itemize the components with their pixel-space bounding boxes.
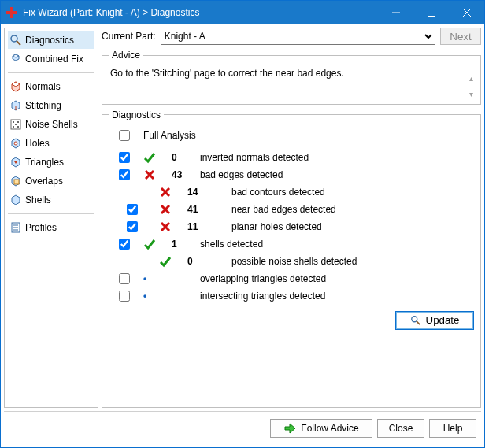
cb-shells[interactable]: [119, 239, 130, 250]
advice-text: Go to the 'Stitching' page to correct th…: [109, 65, 474, 98]
label: possible noise shells detected: [216, 256, 474, 267]
sidebar-divider: [8, 72, 94, 73]
scroll-down-icon[interactable]: ▾: [465, 88, 477, 101]
sidebar-item-stitching[interactable]: Stitching: [8, 97, 94, 114]
count: 0: [187, 256, 216, 267]
check-icon: [140, 238, 172, 250]
cube-tri-icon: [9, 156, 22, 168]
sidebar-item-shells[interactable]: Shells: [8, 191, 94, 209]
svg-point-18: [13, 126, 14, 128]
sidebar-item-diagnostics[interactable]: Diagnostics: [8, 31, 94, 49]
cb-overlapping[interactable]: [119, 273, 130, 284]
count: 0: [172, 152, 200, 163]
minimize-button[interactable]: [378, 1, 413, 24]
sidebar-item-label: Overlaps: [25, 176, 63, 187]
check-icon: [156, 255, 187, 268]
svg-line-40: [416, 321, 419, 324]
x-icon: [156, 186, 187, 198]
svg-rect-25: [14, 180, 19, 184]
cb-inverted-normals[interactable]: [119, 152, 130, 163]
dice-icon: [9, 118, 22, 131]
cube-overlap-icon: [9, 175, 22, 187]
footer: Follow Advice Close Help: [4, 411, 481, 444]
arrow-right-icon: [283, 422, 296, 435]
x-icon: [156, 203, 187, 216]
current-part-label: Current Part:: [102, 31, 156, 42]
sidebar-item-label: Shells: [25, 194, 51, 205]
svg-point-15: [13, 121, 14, 123]
svg-point-6: [11, 35, 17, 42]
x-icon: [156, 220, 187, 233]
label: planar holes detected: [216, 221, 474, 232]
magnifier-icon: [9, 34, 22, 46]
sidebar-item-label: Normals: [25, 81, 61, 92]
count: 11: [187, 221, 216, 232]
diag-row-intersecting: • intersecting triangles detected: [109, 287, 474, 305]
dot-icon: •: [140, 291, 172, 302]
diagnostics-legend: Diagnostics: [109, 109, 164, 120]
sidebar-item-normals[interactable]: Normals: [8, 78, 94, 95]
cb-near-bad-edges[interactable]: [127, 204, 138, 215]
advice-group: Advice Go to the 'Stitching' page to cor…: [102, 50, 481, 105]
dot-icon: •: [140, 273, 172, 284]
svg-marker-41: [285, 424, 295, 433]
sidebar-item-label: Combined Fix: [25, 54, 83, 65]
next-button[interactable]: Next: [440, 28, 481, 45]
close-button[interactable]: Close: [377, 419, 424, 438]
count: 14: [187, 187, 216, 198]
help-button[interactable]: Help: [429, 419, 476, 438]
sidebar: Diagnostics Combined Fix Normals Stitchi: [4, 28, 98, 408]
count: 41: [187, 204, 216, 215]
diag-row-inverted-normals: 0 inverted normals detected: [109, 149, 474, 166]
scroll-up-icon[interactable]: ▴: [465, 72, 477, 84]
sidebar-item-combined-fix[interactable]: Combined Fix: [8, 50, 94, 68]
advice-legend: Advice: [109, 50, 143, 61]
follow-advice-button[interactable]: Follow Advice: [270, 419, 372, 438]
svg-point-21: [14, 142, 17, 145]
x-icon: [140, 168, 172, 181]
label: bad edges detected: [200, 169, 474, 180]
sidebar-item-noise-shells[interactable]: Noise Shells: [8, 116, 94, 133]
fix-wizard-window: Fix Wizard (Part: Knight - A) > Diagnost…: [0, 0, 485, 448]
cube-stitch-icon: [9, 99, 22, 112]
diag-row-planar-holes: 11 planar holes detected: [109, 218, 474, 235]
sidebar-item-label: Profiles: [25, 222, 57, 233]
sidebar-item-label: Diagnostics: [25, 35, 74, 46]
cb-bad-edges[interactable]: [119, 169, 130, 180]
sidebar-item-label: Triangles: [25, 157, 64, 168]
diag-row-bad-contours: 14 bad contours detected: [109, 183, 474, 201]
update-button[interactable]: Update: [395, 311, 474, 330]
sidebar-item-holes[interactable]: Holes: [8, 135, 94, 152]
cube-shell-icon: [9, 194, 22, 206]
sidebar-item-label: Holes: [25, 138, 50, 149]
sidebar-item-triangles[interactable]: Triangles: [8, 154, 94, 171]
window-title: Fix Wizard (Part: Knight - A) > Diagnost…: [23, 7, 378, 18]
svg-point-19: [17, 126, 19, 128]
titlebar: Fix Wizard (Part: Knight - A) > Diagnost…: [1, 1, 484, 24]
full-analysis-checkbox[interactable]: [119, 130, 130, 141]
full-analysis-label: Full Analysis: [143, 130, 196, 141]
label: intersecting triangles detected: [200, 291, 474, 302]
svg-marker-26: [12, 195, 20, 205]
label: near bad edges detected: [216, 204, 474, 215]
sidebar-item-profiles[interactable]: Profiles: [8, 219, 94, 236]
diag-row-bad-edges: 43 bad edges detected: [109, 166, 474, 183]
main-panel: Current Part: Knight - A Next Advice Go …: [102, 28, 481, 408]
label: bad contours detected: [216, 187, 474, 198]
magnifier-icon: [410, 315, 421, 326]
sidebar-item-label: Stitching: [25, 100, 61, 111]
advice-scrollbar: ▴ ▾: [465, 72, 477, 101]
cube-red-icon: [9, 80, 22, 93]
follow-advice-label: Follow Advice: [301, 423, 358, 434]
app-icon: [6, 6, 18, 19]
current-part-select[interactable]: Knight - A: [161, 28, 435, 45]
close-window-button[interactable]: [449, 1, 484, 24]
svg-point-16: [17, 121, 19, 123]
svg-point-39: [411, 317, 417, 322]
cubes-icon: [9, 53, 22, 65]
cb-intersecting[interactable]: [119, 291, 130, 302]
diag-row-overlapping: • overlapping triangles detected: [109, 270, 474, 287]
sidebar-item-overlaps[interactable]: Overlaps: [8, 172, 94, 190]
maximize-button[interactable]: [413, 1, 449, 24]
cb-planar-holes[interactable]: [127, 221, 138, 232]
